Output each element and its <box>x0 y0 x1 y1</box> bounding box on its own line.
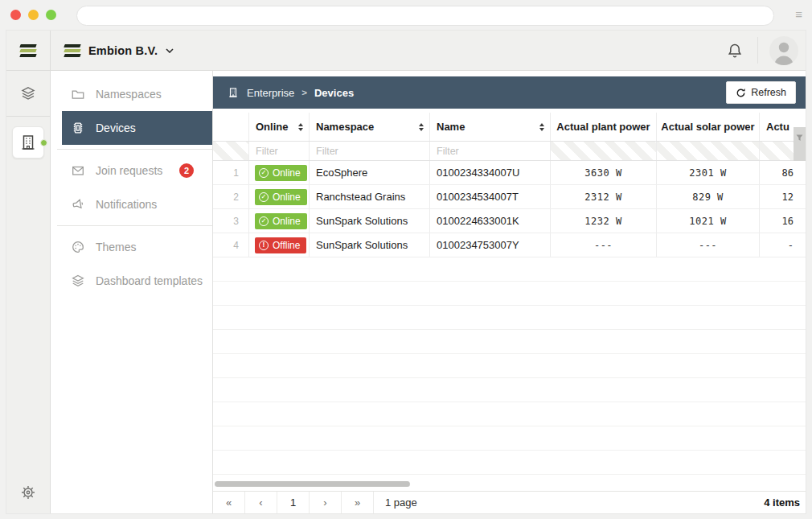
column-header-online[interactable]: Online <box>249 113 310 141</box>
name-cell: 0100234534007T <box>430 185 551 208</box>
pagination-prev-button[interactable]: ‹ <box>245 492 277 513</box>
empty-rows <box>213 257 806 475</box>
pagination-first-button[interactable]: « <box>213 492 245 513</box>
filter-input-name[interactable]: Filter <box>430 142 551 160</box>
sidebar-item-namespaces[interactable]: Namespaces <box>51 77 212 111</box>
empty-row <box>213 451 806 475</box>
status-label: Online <box>273 167 301 179</box>
sidebar-item-themes[interactable]: Themes <box>51 230 212 264</box>
name-cell: 0100224633001K <box>430 209 551 233</box>
close-window-button[interactable] <box>10 10 21 20</box>
solar-power-cell: 2301 W <box>657 161 760 184</box>
sidebar-item-label: Join requests <box>96 164 162 177</box>
check-circle-icon: ✓ <box>259 168 269 178</box>
table-row[interactable]: 2 ✓ Online Ranchstead Grains 01002345340… <box>213 185 806 209</box>
sidebar-item-label: Namespaces <box>96 88 162 101</box>
pagination-last-button[interactable]: » <box>342 492 374 513</box>
empty-row <box>213 426 806 451</box>
filter-cell-disabled <box>551 142 657 160</box>
sidebar-item-join-requests[interactable]: Join requests 2 <box>51 154 212 187</box>
table-row[interactable]: 4 ! Offline SunSpark Solutions 010023475… <box>213 233 806 257</box>
clipped-power-cell: 16 <box>760 209 794 233</box>
rail-item-namespaces[interactable] <box>6 71 50 117</box>
minimize-window-button[interactable] <box>28 10 39 20</box>
column-label: Actual solar power <box>661 121 754 133</box>
table-header-row: Online Namespace Name Actual plant power… <box>213 113 806 142</box>
app-window: Embion B.V. <box>6 31 806 513</box>
sidebar-item-notifications[interactable]: Notifications <box>51 187 212 221</box>
envelope-icon <box>71 163 85 178</box>
icon-rail <box>6 71 51 513</box>
user-avatar[interactable] <box>769 36 798 65</box>
sidebar-item-label: Notifications <box>96 198 157 211</box>
exclamation-circle-icon: ! <box>259 241 269 250</box>
name-cell: 0100234753007Y <box>430 233 551 257</box>
palette-icon <box>71 240 85 254</box>
status-badge-offline: ! Offline <box>255 237 306 253</box>
url-bar[interactable] <box>76 6 774 26</box>
namespace-cell: SunSpark Solutions <box>310 233 430 257</box>
browser-menu-icon[interactable]: ≡ <box>795 8 802 20</box>
column-label: Actual plant power <box>556 121 650 133</box>
empty-row <box>213 378 806 402</box>
sort-icon[interactable] <box>419 123 424 131</box>
refresh-label: Refresh <box>751 87 786 98</box>
online-status-cell: ✓ Online <box>249 161 310 184</box>
main-content: Enterprise > Devices Refresh Online <box>213 71 806 513</box>
browser-titlebar: ≡ <box>0 0 812 31</box>
clipped-power-cell: 86 <box>760 161 794 184</box>
company-switcher[interactable]: Embion B.V. <box>64 31 174 70</box>
join-requests-count-badge: 2 <box>179 163 194 178</box>
sort-icon[interactable] <box>539 123 544 131</box>
plant-power-cell: 2312 W <box>551 185 657 208</box>
table-row[interactable]: 1 ✓ Online EcoSphere 0100234334007U 3630… <box>213 161 806 185</box>
filter-cell-disabled <box>657 142 760 160</box>
status-badge-online: ✓ Online <box>255 189 307 205</box>
horizontal-scrollbar-thumb[interactable] <box>215 481 410 487</box>
column-label: Online <box>256 121 288 133</box>
status-label: Online <box>273 192 301 203</box>
filter-input-namespace[interactable]: Filter <box>310 142 430 160</box>
column-header-namespace[interactable]: Namespace <box>310 113 430 141</box>
table-row[interactable]: 3 ✓ Online SunSpark Solutions 0100224633… <box>213 209 806 233</box>
table-filter-row: Filter Filter Filter <box>213 142 806 161</box>
sidebar-divider <box>57 225 212 226</box>
refresh-icon <box>736 88 746 98</box>
row-number: 4 <box>213 233 249 257</box>
layers-icon <box>71 274 85 288</box>
megaphone-icon <box>71 197 85 212</box>
sidebar-item-dashboard-templates[interactable]: Dashboard templates <box>51 264 212 298</box>
column-header-clipped: Actu <box>760 113 794 141</box>
chevron-down-icon <box>166 48 174 53</box>
settings-button[interactable] <box>6 484 50 500</box>
company-name: Embion B.V. <box>88 44 158 57</box>
refresh-button[interactable]: Refresh <box>726 81 796 104</box>
column-header-name[interactable]: Name <box>430 113 551 141</box>
sidebar-item-devices[interactable]: Devices <box>62 111 212 145</box>
gear-icon <box>20 484 36 500</box>
column-filter-menu-button[interactable] <box>794 127 806 161</box>
namespace-cell: SunSpark Solutions <box>310 209 430 233</box>
sidebar-nav: Namespaces Devices Join requests 2 Notif… <box>51 71 213 513</box>
pagination-next-button[interactable]: › <box>310 492 342 513</box>
empty-row <box>213 306 806 330</box>
pagination-current-page[interactable]: 1 <box>277 492 310 513</box>
status-label: Offline <box>273 240 300 251</box>
folder-icon <box>71 87 85 101</box>
devices-table: Online Namespace Name Actual plant power… <box>213 113 806 475</box>
app-logo-rail[interactable] <box>6 31 51 70</box>
online-status-cell: ✓ Online <box>249 209 310 233</box>
notifications-bell-button[interactable] <box>726 42 744 60</box>
rail-item-enterprise-active[interactable] <box>12 126 44 159</box>
check-circle-icon: ✓ <box>259 216 269 226</box>
sort-icon[interactable] <box>298 123 303 131</box>
solar-power-cell: 1021 W <box>657 209 760 233</box>
empty-row <box>213 402 806 426</box>
breadcrumb-enterprise[interactable]: Enterprise <box>247 87 294 99</box>
filter-input-online[interactable]: Filter <box>249 142 310 160</box>
namespace-cell: Ranchstead Grains <box>310 185 430 208</box>
zoom-window-button[interactable] <box>46 10 56 20</box>
empty-row <box>213 282 806 306</box>
sidebar-item-label: Devices <box>96 122 136 134</box>
clipped-power-cell: 12 <box>760 185 794 208</box>
